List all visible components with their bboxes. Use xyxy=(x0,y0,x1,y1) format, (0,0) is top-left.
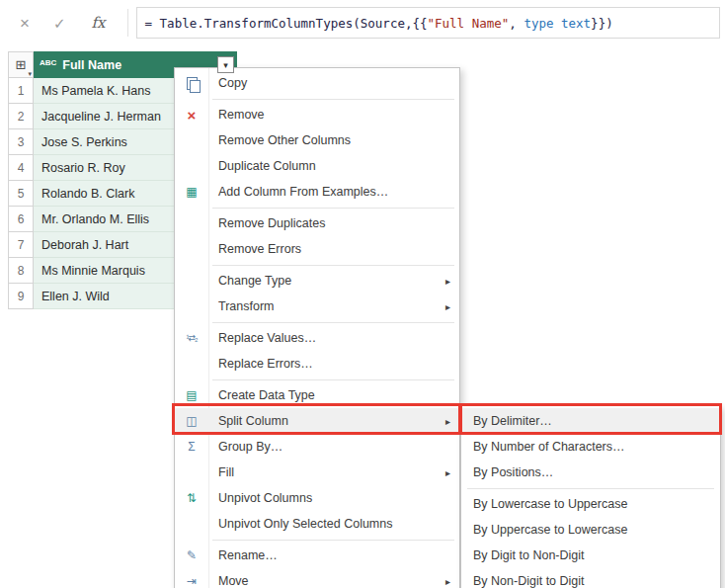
create-data-type-icon: ▤ xyxy=(186,389,197,401)
unpivot-columns-icon: ⇅ xyxy=(187,492,197,504)
split-column-icon: ◫ xyxy=(186,415,197,427)
menu-icon-gutter: ◫ xyxy=(175,415,208,427)
submenu-item-by-positions[interactable]: By Positions… xyxy=(461,460,720,485)
menu-item-label: Duplicate Column xyxy=(208,159,459,173)
submenu-item-by-non-digit-to-digit[interactable]: By Non-Digit to Digit xyxy=(461,568,720,588)
menu-item-remove[interactable]: × Remove xyxy=(175,102,459,127)
row-number[interactable]: 1 xyxy=(8,78,34,104)
submenu-arrow-icon: ▸ xyxy=(445,301,450,312)
menu-icon-gutter: ✎ xyxy=(175,549,208,561)
row-number[interactable]: 9 xyxy=(8,284,34,309)
menu-icon-gutter: ⇥ xyxy=(175,575,208,587)
menu-icon-gutter: ¹⇄₂ xyxy=(175,334,208,343)
row-number[interactable]: 6 xyxy=(8,207,34,232)
menu-item-rename[interactable]: ✎ Rename… xyxy=(175,543,459,568)
submenu-item-by-lowercase-to-uppercase[interactable]: By Lowercase to Uppercase xyxy=(461,491,720,517)
menu-item-fill[interactable]: Fill ▸ xyxy=(175,460,459,485)
menu-item-label: Remove Duplicates xyxy=(208,216,459,230)
menu-icon-gutter xyxy=(175,77,208,90)
submenu-item-by-digit-to-non-digit[interactable]: By Digit to Non-Digit xyxy=(461,543,720,568)
row-number[interactable]: 5 xyxy=(8,181,34,207)
table-grid-icon: ⊞ xyxy=(16,57,27,72)
menu-item-label: Rename… xyxy=(208,548,459,562)
submenu-arrow-icon: ▸ xyxy=(445,576,450,587)
menu-item-remove-duplicates[interactable]: Remove Duplicates xyxy=(175,210,459,236)
column-filter-button[interactable]: ▾ xyxy=(217,56,234,73)
remove-icon: × xyxy=(188,108,197,123)
dropdown-arrow-icon: ▾ xyxy=(223,60,228,70)
menu-separator xyxy=(461,485,720,491)
row-number[interactable]: 4 xyxy=(8,155,34,181)
add-column-from-examples-icon: ▦ xyxy=(186,186,197,198)
row-number[interactable]: 3 xyxy=(8,129,34,155)
submenu-arrow-icon: ▸ xyxy=(445,467,450,478)
menu-icon-gutter: Σ xyxy=(175,441,208,453)
rename-icon: ✎ xyxy=(187,549,197,561)
formula-type-keyword: type text xyxy=(524,16,591,31)
replace-values-icon: ¹⇄₂ xyxy=(186,334,197,343)
menu-item-label: Remove Other Columns xyxy=(208,133,459,147)
copy-icon xyxy=(187,77,198,90)
fx-icon[interactable]: fx xyxy=(92,14,106,32)
menu-item-label: Move xyxy=(208,574,445,588)
menu-item-label: Change Type xyxy=(208,274,445,288)
formula-suffix: }}) xyxy=(591,16,613,31)
menu-item-label: Remove xyxy=(208,108,459,122)
cancel-icon[interactable]: × xyxy=(20,15,30,32)
menu-item-label: Group By… xyxy=(208,440,459,454)
formula-string-literal: "Full Name" xyxy=(428,16,510,31)
column-context-menu: Copy × Remove Remove Other Columns Dupli… xyxy=(174,67,460,588)
table-menu-button[interactable]: ⊞ ▾ xyxy=(8,51,34,78)
submenu-item-by-uppercase-to-lowercase[interactable]: By Uppercase to Lowercase xyxy=(461,517,720,543)
menu-item-copy[interactable]: Copy xyxy=(175,70,459,96)
confirm-icon[interactable]: ✓ xyxy=(53,16,66,31)
split-column-submenu: By Delimiter… By Number of Characters… B… xyxy=(460,405,721,588)
formula-bar-divider xyxy=(127,9,128,37)
menu-item-label: Replace Errors… xyxy=(208,357,459,371)
formula-mid: , xyxy=(509,16,524,31)
dropdown-arrow-icon: ▾ xyxy=(28,70,32,78)
menu-item-change-type[interactable]: Change Type ▸ xyxy=(175,268,459,294)
menu-item-remove-other-columns[interactable]: Remove Other Columns xyxy=(175,127,459,153)
menu-icon-gutter: ⇅ xyxy=(175,492,208,504)
row-number[interactable]: 8 xyxy=(8,258,34,284)
menu-item-add-column-from-examples[interactable]: ▦ Add Column From Examples… xyxy=(175,179,459,205)
menu-item-label: Replace Values… xyxy=(208,331,459,345)
menu-icon-gutter: ▦ xyxy=(175,186,208,198)
menu-item-label: Unpivot Only Selected Columns xyxy=(208,517,459,531)
menu-item-label: Unpivot Columns xyxy=(208,491,459,505)
submenu-item-by-number-of-characters[interactable]: By Number of Characters… xyxy=(461,434,720,460)
menu-item-group-by[interactable]: Σ Group By… xyxy=(175,434,459,460)
menu-item-label: Split Column xyxy=(208,414,445,428)
menu-item-unpivot-only-selected-columns[interactable]: Unpivot Only Selected Columns xyxy=(175,511,459,537)
formula-prefix: = Table.TransformColumnTypes(Source,{{ xyxy=(145,16,428,31)
submenu-arrow-icon: ▸ xyxy=(445,276,450,287)
menu-item-create-data-type[interactable]: ▤ Create Data Type xyxy=(175,382,459,408)
menu-item-unpivot-columns[interactable]: ⇅ Unpivot Columns xyxy=(175,485,459,511)
menu-item-label: Transform xyxy=(208,299,445,313)
menu-icon-gutter: ▤ xyxy=(175,389,208,401)
row-number[interactable]: 7 xyxy=(8,232,34,258)
menu-item-label: Create Data Type xyxy=(208,388,459,402)
menu-item-replace-errors[interactable]: Replace Errors… xyxy=(175,351,459,377)
group-by-icon: Σ xyxy=(188,441,195,453)
move-icon: ⇥ xyxy=(187,575,197,587)
menu-item-transform[interactable]: Transform ▸ xyxy=(175,294,459,319)
menu-item-label: Remove Errors xyxy=(208,242,459,256)
column-header-label: Full Name xyxy=(62,58,121,72)
menu-item-label: Copy xyxy=(208,76,459,90)
formula-input[interactable]: = Table.TransformColumnTypes(Source,{{"F… xyxy=(136,7,720,39)
formula-bar: × ✓ fx = Table.TransformColumnTypes(Sour… xyxy=(0,0,725,45)
menu-item-split-column[interactable]: ◫ Split Column ▸ xyxy=(175,408,459,434)
menu-item-label: Add Column From Examples… xyxy=(208,185,459,199)
menu-item-replace-values[interactable]: ¹⇄₂ Replace Values… xyxy=(175,325,459,351)
submenu-item-by-delimiter[interactable]: By Delimiter… xyxy=(461,408,720,434)
menu-icon-gutter: × xyxy=(175,108,208,123)
menu-item-remove-errors[interactable]: Remove Errors xyxy=(175,236,459,262)
power-query-editor: × ✓ fx = Table.TransformColumnTypes(Sour… xyxy=(0,0,725,588)
row-number[interactable]: 2 xyxy=(8,104,34,129)
menu-item-label: Fill xyxy=(208,465,445,479)
column-type-text-icon: ABC xyxy=(40,58,56,67)
menu-item-duplicate-column[interactable]: Duplicate Column xyxy=(175,153,459,179)
menu-item-move[interactable]: ⇥ Move ▸ xyxy=(175,568,459,588)
